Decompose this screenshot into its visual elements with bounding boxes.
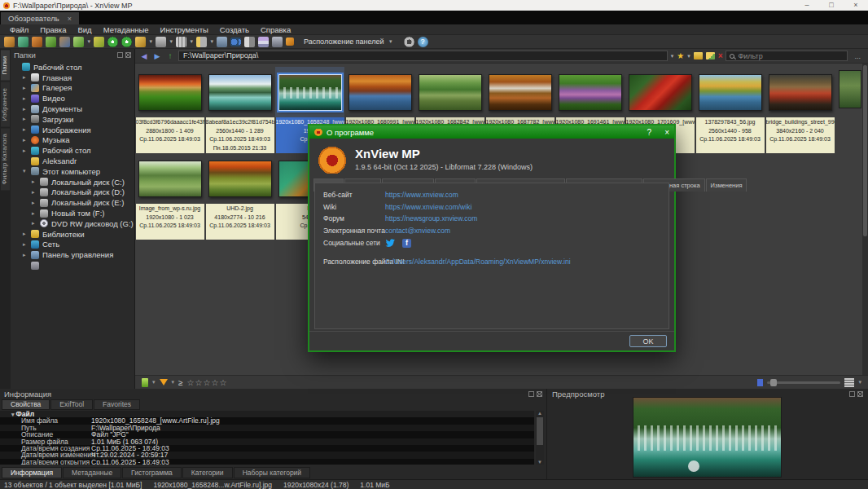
twitter-icon[interactable] xyxy=(385,238,396,248)
menu-item[interactable]: Правка xyxy=(34,25,72,34)
external-link[interactable]: https://newsgroup.xnview.com xyxy=(385,214,477,222)
folder-tree-item[interactable]: Загрузки xyxy=(11,114,134,125)
delete-icon[interactable] xyxy=(217,37,227,47)
folder-tree-item[interactable]: DVD RW дисковод (G:) Audio CD xyxy=(11,218,134,229)
folder-tree-item[interactable]: Локальный диск (D:) xyxy=(11,187,134,198)
path-input[interactable]: F:\Wallpaper\Природа\ xyxy=(178,51,668,61)
favorites-dropdown-icon[interactable]: ▾ xyxy=(687,53,690,59)
color-label-dropdown-icon[interactable]: ▾ xyxy=(152,379,156,385)
info-tab[interactable]: Favorites xyxy=(94,399,140,410)
view-mode-dropdown-icon[interactable]: ▾ xyxy=(858,379,861,385)
folder-tree-item[interactable]: Изображения xyxy=(11,125,134,135)
folder-tree-item[interactable]: Рабочий стол xyxy=(11,145,134,156)
dialog-help-button[interactable]: ? xyxy=(647,128,652,137)
menu-item[interactable]: Справка xyxy=(255,25,296,34)
folder-tree-item[interactable]: Документы xyxy=(11,104,134,114)
info-icon[interactable] xyxy=(59,37,70,47)
maximize-button[interactable]: □ xyxy=(819,0,844,11)
minimize-button[interactable]: – xyxy=(795,0,819,11)
tab-browser[interactable]: Обозреватель × xyxy=(1,12,79,24)
capture-icon[interactable] xyxy=(94,37,104,47)
browser-icon[interactable] xyxy=(4,37,15,47)
view-filmstrip-icon[interactable] xyxy=(196,37,207,47)
tab-close-icon[interactable]: × xyxy=(68,15,72,23)
vertical-panel-tab[interactable]: Папки xyxy=(1,51,10,81)
settings-gear-icon[interactable] xyxy=(404,37,414,47)
path-dropdown-icon[interactable]: ▾ xyxy=(671,53,674,59)
folder-tree-item[interactable]: Панель управления xyxy=(11,249,134,260)
thumbnail-item[interactable]: bridge_buildings_street_990... 3840x2160… xyxy=(765,67,835,153)
rotate-left-icon[interactable] xyxy=(107,37,118,47)
menu-item[interactable]: Вид xyxy=(72,25,97,34)
folder-tree-item[interactable]: Библиотеки xyxy=(11,229,134,240)
properties-group[interactable]: Файл xyxy=(0,411,534,417)
external-link[interactable]: https://www.xnview.com/wiki xyxy=(385,203,471,211)
import-icon[interactable] xyxy=(73,37,84,47)
view-grid-icon[interactable] xyxy=(176,37,186,47)
rating-stars[interactable]: ☆☆☆☆☆ xyxy=(187,378,228,387)
vertical-panel-tab[interactable]: Фильтр Каталога xyxy=(1,128,10,190)
panel-toggle-icon[interactable] xyxy=(286,37,294,46)
convert-icon[interactable] xyxy=(46,37,56,47)
menu-item[interactable]: Метаданные xyxy=(98,25,155,34)
dialog-tab[interactable]: Изменения xyxy=(706,178,747,192)
clear-icon[interactable]: × xyxy=(718,51,723,60)
scan-icon[interactable] xyxy=(272,37,283,47)
thumbnail-partial[interactable] xyxy=(839,70,861,108)
thumbnail-item[interactable]: 1378297843_56.jpg 2560x1440 - 958 Ср.11.… xyxy=(695,67,765,153)
rotate-right-icon[interactable] xyxy=(121,37,132,47)
folder-icon[interactable] xyxy=(694,52,703,59)
panel-detach-icon[interactable] xyxy=(849,391,855,397)
thumbnail-size-icon[interactable] xyxy=(757,379,763,386)
filter-funnel-icon[interactable] xyxy=(160,379,168,385)
more-button[interactable]: ... xyxy=(851,52,864,60)
view-mode-grid-icon[interactable] xyxy=(844,378,854,387)
info-tab[interactable]: Свойства xyxy=(2,399,50,410)
bottom-panel-tab[interactable]: Информация xyxy=(2,467,62,478)
folder-tree-item[interactable]: Главная xyxy=(11,73,134,83)
fullscreen-icon[interactable] xyxy=(32,37,42,47)
browser-scrollbar[interactable] xyxy=(862,64,868,375)
folder-picture-icon[interactable] xyxy=(706,52,715,59)
thumbnail-item[interactable]: 8abeaf8a1ec39c2f81d754b8... 2560x1440 - … xyxy=(205,67,274,153)
panel-detach-icon[interactable] xyxy=(117,52,123,58)
close-button[interactable]: × xyxy=(844,0,868,11)
viewer-icon[interactable] xyxy=(18,37,28,47)
panels-layout-button[interactable]: Расположение панелей xyxy=(304,37,392,46)
info-scrollbar[interactable]: ▲▼ xyxy=(536,411,544,465)
panel-close-icon[interactable] xyxy=(857,391,863,397)
search-icon[interactable] xyxy=(230,37,241,47)
panel-close-icon[interactable] xyxy=(537,391,542,397)
menu-item[interactable]: Файл xyxy=(4,25,34,34)
folder-tree-item[interactable]: Галерея xyxy=(11,83,134,94)
print-icon[interactable] xyxy=(258,37,269,47)
external-link[interactable]: contact@xnview.com xyxy=(385,227,450,235)
view-thumbnails-icon[interactable] xyxy=(156,37,166,47)
folder-tree-item[interactable]: Локальный диск (E:) xyxy=(11,197,134,208)
folder-tree-item[interactable]: Этот компьютер xyxy=(11,166,134,177)
folder-tree-item[interactable]: Музыка xyxy=(11,135,134,146)
thumbnail-item[interactable]: UHD-2.jpg 4180x2774 - 10 216 Ср.11.06.20… xyxy=(205,153,274,240)
color-label-icon[interactable] xyxy=(142,378,148,387)
menu-item[interactable]: Создать xyxy=(214,25,255,34)
ini-file-link[interactable]: C:/Users/Aleksandr/AppData/Roaming/XnVie… xyxy=(385,258,571,266)
filter-input[interactable]: Фильтр xyxy=(726,51,848,61)
thumbnail-item[interactable]: Image_from_wp-s.ru.jpg 1920x1080 - 1 023… xyxy=(135,153,204,240)
bottom-panel-tab[interactable]: Метаданные xyxy=(63,467,121,478)
thumbnail-size-slider[interactable] xyxy=(767,381,840,384)
facebook-icon[interactable] xyxy=(402,239,411,248)
up-icon[interactable]: ↑ xyxy=(165,51,175,60)
ok-button[interactable]: OK xyxy=(629,335,667,347)
compare-icon[interactable] xyxy=(244,37,255,47)
dialog-close-button[interactable]: × xyxy=(664,128,669,137)
bottom-panel-tab[interactable]: Наборы категорий xyxy=(234,467,311,478)
thumbnail-item[interactable]: 03f8cd3f6796daaacc1fe43ff... 2880x1800 -… xyxy=(135,67,204,153)
forward-icon[interactable]: ▶ xyxy=(152,52,162,60)
vertical-panel-tab[interactable]: Избранное xyxy=(1,82,10,127)
folder-tree-item[interactable]: Локальный диск (C:) xyxy=(11,177,134,187)
help-icon[interactable]: ? xyxy=(418,37,428,47)
folder-tree-item[interactable]: Aleksandr xyxy=(11,156,134,166)
filter-dropdown-icon[interactable]: ▾ xyxy=(172,379,175,385)
back-icon[interactable]: ◀ xyxy=(139,52,149,60)
folder-tree-item[interactable]: Сеть xyxy=(11,240,134,250)
